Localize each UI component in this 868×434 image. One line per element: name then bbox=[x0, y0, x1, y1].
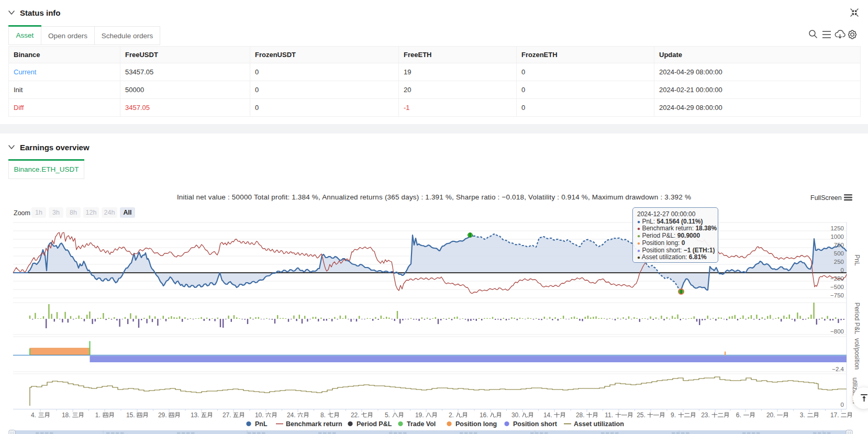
svg-text:−500: −500 bbox=[830, 284, 844, 290]
svg-text:19.: 19. bbox=[415, 411, 424, 419]
svg-text:vol/position: vol/position bbox=[853, 338, 861, 370]
svg-text:30.: 30. bbox=[511, 411, 520, 419]
svg-text:18.: 18. bbox=[62, 411, 71, 419]
svg-text:9.: 9. bbox=[671, 411, 676, 419]
svg-text:−250: −250 bbox=[830, 275, 844, 282]
svg-text:16.: 16. bbox=[480, 411, 488, 419]
svg-text:−800: −800 bbox=[830, 328, 844, 335]
svg-text:PnL: PnL bbox=[255, 420, 268, 428]
svg-text:13.: 13. bbox=[191, 411, 199, 419]
svg-text:11.: 11. bbox=[605, 411, 613, 419]
svg-text:Position long: Position long bbox=[455, 420, 497, 428]
svg-text:5.: 5. bbox=[385, 411, 390, 419]
svg-text:0: 0 bbox=[841, 402, 844, 408]
svg-text:6.: 6. bbox=[736, 411, 741, 419]
svg-text:14.: 14. bbox=[543, 411, 552, 419]
svg-text:0: 0 bbox=[841, 267, 844, 273]
svg-text:750: 750 bbox=[834, 242, 844, 248]
svg-text:25.: 25. bbox=[637, 411, 646, 419]
svg-text:2.: 2. bbox=[449, 411, 454, 419]
svg-text:15.: 15. bbox=[126, 411, 135, 419]
svg-text:Benchmark return: Benchmark return bbox=[286, 420, 342, 428]
svg-text:Asset utilization: Asset utilization bbox=[574, 420, 624, 428]
svg-text:1000: 1000 bbox=[830, 233, 844, 240]
svg-text:27.: 27. bbox=[222, 411, 231, 419]
svg-text:22.: 22. bbox=[351, 411, 360, 419]
svg-text:−750: −750 bbox=[830, 292, 844, 298]
svg-text:24.: 24. bbox=[287, 411, 296, 419]
svg-text:20.: 20. bbox=[766, 411, 775, 419]
svg-text:−2.4: −2.4 bbox=[832, 366, 844, 372]
svg-text:4.: 4. bbox=[31, 411, 36, 419]
svg-text:3.: 3. bbox=[800, 411, 805, 419]
svg-text:Period P&L: Period P&L bbox=[853, 303, 861, 335]
svg-text:1250: 1250 bbox=[830, 225, 844, 231]
svg-text:10.: 10. bbox=[255, 411, 264, 419]
svg-text:23.: 23. bbox=[701, 411, 710, 419]
svg-text:28.: 28. bbox=[576, 411, 585, 419]
svg-text:250: 250 bbox=[834, 259, 844, 265]
svg-text:29.: 29. bbox=[158, 411, 167, 419]
svg-text:1.: 1. bbox=[95, 411, 101, 419]
svg-text:17.: 17. bbox=[830, 411, 839, 419]
svg-text:PnL: PnL bbox=[853, 254, 861, 266]
svg-text:Period P&L: Period P&L bbox=[357, 420, 392, 428]
svg-text:Position short: Position short bbox=[513, 420, 558, 428]
svg-text:Trade Vol: Trade Vol bbox=[407, 420, 436, 428]
svg-text:500: 500 bbox=[834, 250, 844, 257]
svg-text:8.: 8. bbox=[320, 411, 326, 419]
